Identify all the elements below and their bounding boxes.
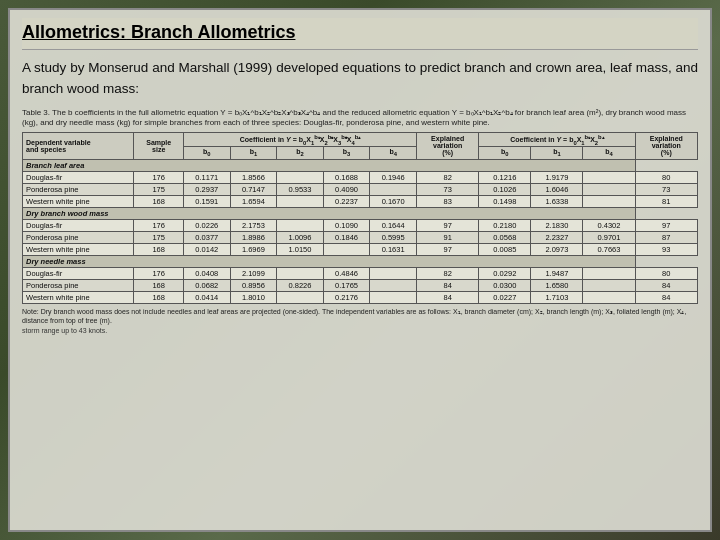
data-cell: 0.8226 — [277, 279, 324, 291]
col-b1-full: b1 — [230, 147, 277, 159]
data-cell: 1.0096 — [277, 231, 324, 243]
data-cell: 1.0150 — [277, 243, 324, 255]
col-b4-red: b4 — [583, 147, 635, 159]
data-cell: 84 — [416, 291, 478, 303]
data-cell: 0.4302 — [583, 219, 635, 231]
table-section-header: Dry branch wood mass — [23, 207, 698, 219]
content-panel: Allometrics: Branch Allometrics A study … — [8, 8, 712, 532]
col-b4-full: b4 — [370, 147, 417, 159]
data-cell — [370, 279, 417, 291]
data-cell: 0.8956 — [230, 279, 277, 291]
table-row: Western white pine1680.01421.69691.01500… — [23, 243, 698, 255]
col-b0-full: b0 — [184, 147, 231, 159]
data-cell: 0.7663 — [583, 243, 635, 255]
data-cell: 0.1026 — [479, 183, 531, 195]
data-cell: 0.1591 — [184, 195, 231, 207]
table-row: Douglas-fir1760.11711.85660.16880.194682… — [23, 171, 698, 183]
data-cell: 168 — [134, 291, 184, 303]
data-cell: 97 — [635, 219, 697, 231]
data-cell: 1.8986 — [230, 231, 277, 243]
data-cell — [277, 219, 324, 231]
data-cell: 2.2327 — [531, 231, 583, 243]
data-cell: 80 — [635, 267, 697, 279]
col-b0-red: b0 — [479, 147, 531, 159]
data-cell: 0.1171 — [184, 171, 231, 183]
table-row: Ponderosa pine1680.06820.89560.82260.176… — [23, 279, 698, 291]
col-full-eq: Coefficient in Y = b0X1b₁X2b₂X3b₃X4b₄ — [184, 132, 417, 147]
data-cell — [583, 183, 635, 195]
data-cell: 175 — [134, 183, 184, 195]
data-cell — [583, 195, 635, 207]
table-caption: Table 3. The b coefficients in the full … — [22, 108, 698, 129]
data-cell: 84 — [416, 279, 478, 291]
data-cell: 93 — [635, 243, 697, 255]
data-cell — [277, 291, 324, 303]
data-cell — [370, 183, 417, 195]
data-cell: 0.0568 — [479, 231, 531, 243]
col-b1-red: b1 — [531, 147, 583, 159]
data-cell: 0.2176 — [323, 291, 370, 303]
page-title: Allometrics: Branch Allometrics — [22, 22, 295, 42]
data-cell: 0.1498 — [479, 195, 531, 207]
data-cell: 73 — [416, 183, 478, 195]
table-row: Ponderosa pine1750.03771.89861.00960.184… — [23, 231, 698, 243]
species-cell: Western white pine — [23, 195, 134, 207]
data-cell: 0.0414 — [184, 291, 231, 303]
col-sample: Samplesize — [134, 132, 184, 159]
data-cell: 0.1644 — [370, 219, 417, 231]
data-cell: 0.0300 — [479, 279, 531, 291]
data-cell: 1.6594 — [230, 195, 277, 207]
species-cell: Douglas-fir — [23, 267, 134, 279]
data-cell: 0.1765 — [323, 279, 370, 291]
data-cell: 0.1946 — [370, 171, 417, 183]
data-cell: 0.0227 — [479, 291, 531, 303]
data-cell — [583, 291, 635, 303]
species-cell: Western white pine — [23, 291, 134, 303]
col-b2-full: b2 — [277, 147, 324, 159]
data-cell: 2.1830 — [531, 219, 583, 231]
data-cell — [370, 291, 417, 303]
species-cell: Douglas-fir — [23, 219, 134, 231]
species-cell: Ponderosa pine — [23, 231, 134, 243]
data-cell: 168 — [134, 279, 184, 291]
data-cell: 0.9701 — [583, 231, 635, 243]
data-cell — [583, 279, 635, 291]
species-cell: Ponderosa pine — [23, 279, 134, 291]
data-cell: 0.0292 — [479, 267, 531, 279]
data-cell: 176 — [134, 171, 184, 183]
table-note: Note: Dry branch wood mass does not incl… — [22, 307, 698, 325]
data-cell — [277, 171, 324, 183]
species-cell: Ponderosa pine — [23, 183, 134, 195]
data-cell: 0.2237 — [323, 195, 370, 207]
table-row: Western white pine1680.04141.80100.21768… — [23, 291, 698, 303]
data-cell: 0.7147 — [230, 183, 277, 195]
data-cell: 0.4846 — [323, 267, 370, 279]
data-cell: 91 — [416, 231, 478, 243]
data-cell: 87 — [635, 231, 697, 243]
title-suffix: Branch Allometrics — [131, 22, 295, 42]
data-cell: 82 — [416, 171, 478, 183]
data-cell: 1.9179 — [531, 171, 583, 183]
data-cell: 0.5995 — [370, 231, 417, 243]
data-cell: 2.1099 — [230, 267, 277, 279]
data-cell: 0.1846 — [323, 231, 370, 243]
data-cell: 0.0682 — [184, 279, 231, 291]
data-cell: 0.1670 — [370, 195, 417, 207]
data-cell: 1.6969 — [230, 243, 277, 255]
data-cell: 0.1688 — [323, 171, 370, 183]
species-cell: Western white pine — [23, 243, 134, 255]
data-cell: 1.7103 — [531, 291, 583, 303]
title-prefix: Allometrics: — [22, 22, 126, 42]
data-cell — [370, 267, 417, 279]
data-cell: 1.8566 — [230, 171, 277, 183]
data-cell: 83 — [416, 195, 478, 207]
data-cell — [323, 243, 370, 255]
data-cell: 0.0142 — [184, 243, 231, 255]
intro-paragraph: A study by Monserud and Marshall (1999) … — [22, 58, 698, 100]
data-cell: 0.0085 — [479, 243, 531, 255]
data-cell: 0.0377 — [184, 231, 231, 243]
data-cell — [277, 195, 324, 207]
data-cell: 0.9533 — [277, 183, 324, 195]
data-cell: 176 — [134, 267, 184, 279]
data-cell: 0.4090 — [323, 183, 370, 195]
